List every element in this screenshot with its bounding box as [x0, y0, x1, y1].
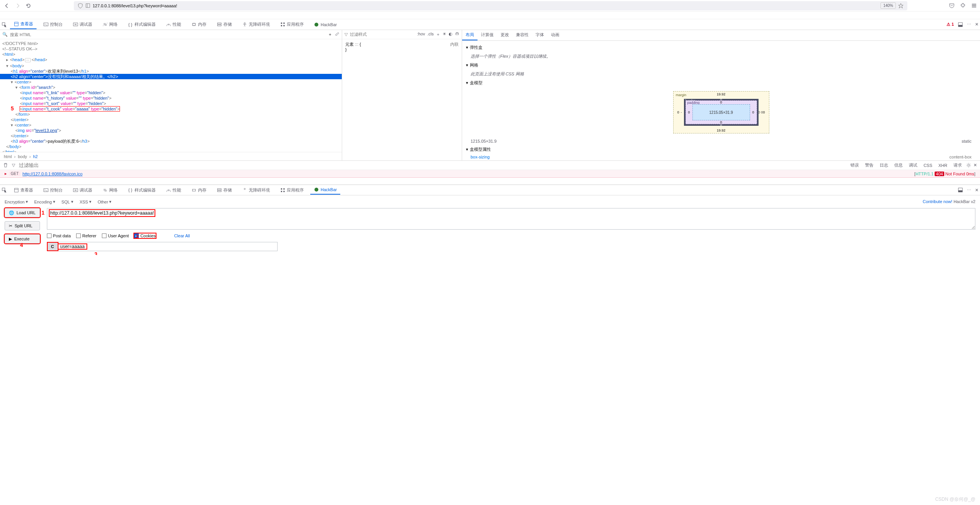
tab-console-lower[interactable]: 控制台	[40, 186, 66, 195]
hackbar-icon	[314, 187, 319, 192]
hackbar-url-textarea[interactable]: http://127.0.0.1:8088/level13.php?keywor…	[47, 208, 975, 230]
overflow-icon[interactable]: ⋯	[967, 22, 971, 27]
dark-mode-icon[interactable]: ◐	[449, 32, 453, 37]
selected-dom-node[interactable]: <h2 align="center">没有找到和aaaaa!相关的结果。</h2…	[0, 74, 342, 79]
svg-rect-21	[43, 188, 48, 192]
menu-icon[interactable]	[971, 3, 977, 8]
dock-icon[interactable]	[958, 187, 963, 193]
cookie-input[interactable]: user=aaaaa	[58, 244, 87, 249]
bookmark-star-icon[interactable]	[898, 3, 903, 8]
add-rule-icon[interactable]: ＋	[436, 32, 440, 37]
tab-performance-lower[interactable]: 性能	[162, 186, 185, 195]
tab-accessibility-lower[interactable]: 无障碍环境	[238, 186, 273, 195]
forward-button[interactable]	[14, 2, 22, 10]
console-close-icon[interactable]: ✕	[973, 163, 977, 168]
cat-requests[interactable]: 请求	[952, 162, 964, 169]
menu-sql[interactable]: SQL ▾	[62, 199, 73, 204]
close-devtools-icon[interactable]: ✕	[975, 22, 978, 27]
layout-tab-fonts[interactable]: 字体	[532, 30, 547, 40]
menu-encoding[interactable]: Encoding ▾	[34, 199, 55, 204]
light-mode-icon[interactable]: ☀	[443, 32, 446, 37]
flexbox-section-head[interactable]: ▾弹性盒	[466, 43, 976, 52]
tab-network[interactable]: 网络	[99, 20, 121, 29]
layout-tab-changes[interactable]: 更改	[497, 30, 512, 40]
menu-other[interactable]: Other ▾	[98, 199, 112, 204]
tab-debugger[interactable]: 调试器	[69, 20, 96, 29]
dom-search-input[interactable]	[10, 32, 326, 37]
trash-icon[interactable]	[3, 163, 8, 168]
bm-props-head[interactable]: ▾盒模型属性	[466, 145, 976, 154]
check-referer[interactable]: Referer	[76, 233, 97, 238]
bm-footer-pos: static	[962, 139, 972, 143]
load-url-button[interactable]: 🌐Load URL	[5, 208, 40, 217]
cat-logs[interactable]: 日志	[878, 162, 890, 169]
tab-debugger-lower[interactable]: 调试器	[69, 186, 96, 195]
layout-tab-layout[interactable]: 布局	[462, 30, 478, 40]
tab-hackbar-upper[interactable]: HackBar	[310, 20, 340, 29]
tab-storage[interactable]: 存储	[213, 20, 235, 29]
extensions-icon[interactable]	[960, 3, 966, 8]
error-indicator[interactable]: ⚠ 1	[947, 22, 954, 27]
url-bar[interactable]: 127.0.0.1:8088/level13.php?keyword=aaaaa…	[74, 1, 907, 10]
console-settings-icon[interactable]	[966, 163, 971, 168]
menu-encryption[interactable]: Encryption ▾	[5, 199, 28, 204]
tab-performance[interactable]: 性能	[162, 20, 185, 29]
layout-tab-animations[interactable]: 动画	[547, 30, 563, 40]
grid-section-head[interactable]: ▾网格	[466, 61, 976, 70]
inspect-picker-icon[interactable]	[2, 22, 7, 27]
tab-application[interactable]: 应用程序	[276, 20, 307, 29]
console-filter-input[interactable]	[19, 162, 96, 168]
inspect-picker-icon[interactable]	[2, 187, 7, 193]
add-node-icon[interactable]: ＋	[328, 32, 332, 37]
check-postdata[interactable]: Post data	[47, 233, 71, 238]
clear-all-link[interactable]: Clear All	[174, 233, 190, 238]
layout-tab-computed[interactable]: 计算值	[478, 30, 497, 40]
cookie-row: C user=aaaaa	[47, 242, 278, 251]
request-url-link[interactable]: http://127.0.0.1:8088/favicon.ico	[23, 172, 83, 176]
console-request-row[interactable]: ▸ GET http://127.0.0.1:8088/favicon.ico …	[0, 170, 980, 178]
reload-button[interactable]	[25, 2, 32, 10]
print-mode-icon[interactable]	[455, 32, 459, 37]
dock-icon[interactable]	[958, 22, 963, 27]
tab-console[interactable]: 控制台	[40, 20, 66, 29]
breadcrumbs[interactable]: html› body› h2	[0, 152, 342, 160]
pseudo-cls-button[interactable]: .cls	[428, 32, 434, 37]
pocket-icon[interactable]	[949, 3, 955, 8]
zoom-level[interactable]: 140%	[880, 2, 896, 9]
cat-info[interactable]: 信息	[892, 162, 905, 169]
split-url-button[interactable]: ✂Split URL	[5, 221, 40, 230]
annotation-2: 2	[136, 233, 139, 240]
tab-memory[interactable]: 内存	[188, 20, 210, 29]
tab-memory-lower[interactable]: 内存	[188, 186, 210, 195]
highlighted-hidden-input[interactable]: <input name="t_cook" value="aaaaa" type=…	[20, 107, 120, 111]
cat-warnings[interactable]: 警告	[863, 162, 875, 169]
tab-styleeditor-lower[interactable]: { }样式编辑器	[124, 186, 159, 195]
contribute-link[interactable]: Contribute now!	[923, 199, 952, 204]
layout-tab-compat[interactable]: 兼容性	[512, 30, 532, 40]
styles-filter-placeholder[interactable]: 过滤样式	[350, 32, 367, 37]
svg-rect-23	[192, 189, 195, 191]
tab-inspector-lower[interactable]: 查看器	[10, 186, 37, 195]
overflow-icon[interactable]: ⋯	[967, 188, 971, 193]
tab-label: 无障碍环境	[249, 22, 270, 27]
tab-styleeditor[interactable]: { }样式编辑器	[124, 20, 159, 29]
dom-tree[interactable]: <!DOCTYPE html> <!--STATUS OK--> <html> …	[0, 39, 342, 152]
tab-accessibility[interactable]: 无障碍环境	[238, 20, 273, 29]
cat-debug[interactable]: 调试	[907, 162, 919, 169]
tab-hackbar-lower[interactable]: HackBar	[310, 185, 340, 195]
close-devtools-icon[interactable]: ✕	[975, 188, 978, 193]
check-useragent[interactable]: User Agent	[102, 233, 129, 238]
back-button[interactable]	[3, 2, 11, 10]
tab-storage-lower[interactable]: 存储	[213, 186, 235, 195]
cat-css[interactable]: CSS	[922, 162, 934, 168]
tab-network-lower[interactable]: 网络	[99, 186, 121, 195]
cat-xhr[interactable]: XHR	[937, 162, 949, 168]
menu-xss[interactable]: XSS ▾	[80, 199, 92, 204]
tab-inspector[interactable]: 查看器	[10, 20, 37, 29]
pseudo-hov-button[interactable]: :hov	[417, 32, 425, 37]
boxmodel-section-head[interactable]: ▾盒模型	[466, 78, 976, 87]
tab-application-lower[interactable]: 应用程序	[276, 186, 307, 195]
eyedropper-icon[interactable]	[334, 32, 339, 37]
cat-errors[interactable]: 错误	[849, 162, 861, 169]
memory-icon	[191, 187, 196, 193]
